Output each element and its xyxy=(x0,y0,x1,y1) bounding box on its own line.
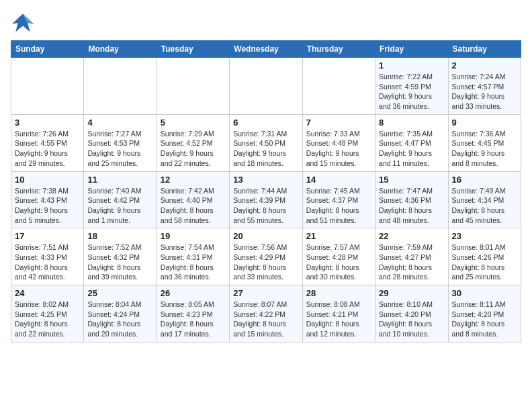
calendar-cell: 3Sunrise: 7:26 AM Sunset: 4:55 PM Daylig… xyxy=(11,114,84,171)
calendar-cell: 14Sunrise: 7:45 AM Sunset: 4:37 PM Dayli… xyxy=(302,171,375,228)
day-number: 22 xyxy=(379,231,444,241)
calendar-cell: 13Sunrise: 7:44 AM Sunset: 4:39 PM Dayli… xyxy=(230,171,302,228)
calendar-cell: 10Sunrise: 7:38 AM Sunset: 4:43 PM Dayli… xyxy=(11,171,84,228)
day-info: Sunrise: 8:04 AM Sunset: 4:24 PM Dayligh… xyxy=(87,300,152,339)
day-number: 19 xyxy=(161,231,226,241)
day-info: Sunrise: 7:44 AM Sunset: 4:39 PM Dayligh… xyxy=(233,186,298,226)
day-number: 17 xyxy=(15,231,80,241)
calendar-cell: 15Sunrise: 7:47 AM Sunset: 4:36 PM Dayli… xyxy=(375,171,448,228)
day-info: Sunrise: 7:29 AM Sunset: 4:52 PM Dayligh… xyxy=(161,129,226,169)
calendar-cell: 28Sunrise: 8:08 AM Sunset: 4:21 PM Dayli… xyxy=(302,285,375,342)
calendar-cell: 19Sunrise: 7:54 AM Sunset: 4:31 PM Dayli… xyxy=(157,228,229,285)
calendar-cell: 18Sunrise: 7:52 AM Sunset: 4:32 PM Dayli… xyxy=(84,228,157,285)
day-number: 16 xyxy=(452,175,517,185)
calendar-cell xyxy=(157,58,229,115)
day-number: 23 xyxy=(452,231,517,241)
calendar-cell: 17Sunrise: 7:51 AM Sunset: 4:33 PM Dayli… xyxy=(11,228,84,285)
day-number: 14 xyxy=(306,175,371,185)
calendar-cell: 6Sunrise: 7:31 AM Sunset: 4:50 PM Daylig… xyxy=(230,114,302,171)
calendar-cell xyxy=(84,58,157,115)
day-info: Sunrise: 8:05 AM Sunset: 4:23 PM Dayligh… xyxy=(161,300,226,339)
calendar-cell: 9Sunrise: 7:36 AM Sunset: 4:45 PM Daylig… xyxy=(448,114,521,171)
day-info: Sunrise: 7:54 AM Sunset: 4:31 PM Dayligh… xyxy=(161,242,226,282)
col-thursday: Thursday xyxy=(302,41,375,58)
day-number: 3 xyxy=(15,118,80,128)
logo xyxy=(11,11,38,35)
day-info: Sunrise: 7:45 AM Sunset: 4:37 PM Dayligh… xyxy=(306,186,371,226)
day-number: 9 xyxy=(452,118,517,128)
calendar-cell: 20Sunrise: 7:56 AM Sunset: 4:29 PM Dayli… xyxy=(230,228,302,285)
calendar-cell: 8Sunrise: 7:35 AM Sunset: 4:47 PM Daylig… xyxy=(375,114,448,171)
col-friday: Friday xyxy=(375,41,448,58)
day-info: Sunrise: 7:51 AM Sunset: 4:33 PM Dayligh… xyxy=(15,242,80,282)
calendar-cell xyxy=(230,58,302,115)
day-number: 28 xyxy=(306,288,371,298)
day-info: Sunrise: 7:47 AM Sunset: 4:36 PM Dayligh… xyxy=(379,186,444,226)
calendar-cell: 16Sunrise: 7:49 AM Sunset: 4:34 PM Dayli… xyxy=(448,171,521,228)
day-info: Sunrise: 7:42 AM Sunset: 4:40 PM Dayligh… xyxy=(161,186,226,226)
calendar-cell xyxy=(302,58,375,115)
calendar-cell: 4Sunrise: 7:27 AM Sunset: 4:53 PM Daylig… xyxy=(84,114,157,171)
calendar-cell: 27Sunrise: 8:07 AM Sunset: 4:22 PM Dayli… xyxy=(230,285,302,342)
col-saturday: Saturday xyxy=(448,41,521,58)
day-number: 11 xyxy=(87,175,152,185)
calendar-cell: 12Sunrise: 7:42 AM Sunset: 4:40 PM Dayli… xyxy=(157,171,229,228)
day-info: Sunrise: 7:52 AM Sunset: 4:32 PM Dayligh… xyxy=(87,242,152,282)
day-number: 30 xyxy=(452,288,517,298)
day-number: 25 xyxy=(87,288,152,298)
day-info: Sunrise: 7:36 AM Sunset: 4:45 PM Dayligh… xyxy=(452,129,517,169)
day-info: Sunrise: 8:10 AM Sunset: 4:20 PM Dayligh… xyxy=(379,300,444,339)
calendar-cell: 21Sunrise: 7:57 AM Sunset: 4:28 PM Dayli… xyxy=(302,228,375,285)
day-number: 4 xyxy=(87,118,152,128)
day-info: Sunrise: 7:31 AM Sunset: 4:50 PM Dayligh… xyxy=(233,129,298,169)
calendar-header: Sunday Monday Tuesday Wednesday Thursday… xyxy=(11,41,521,58)
calendar-cell xyxy=(11,58,84,115)
page-header xyxy=(11,11,521,35)
day-number: 5 xyxy=(161,118,226,128)
day-info: Sunrise: 7:57 AM Sunset: 4:28 PM Dayligh… xyxy=(306,242,371,282)
logo-icon xyxy=(11,11,35,35)
col-sunday: Sunday xyxy=(11,41,84,58)
calendar-week-4: 17Sunrise: 7:51 AM Sunset: 4:33 PM Dayli… xyxy=(11,228,521,285)
calendar-cell: 25Sunrise: 8:04 AM Sunset: 4:24 PM Dayli… xyxy=(84,285,157,342)
day-info: Sunrise: 7:40 AM Sunset: 4:42 PM Dayligh… xyxy=(87,186,152,226)
day-number: 18 xyxy=(87,231,152,241)
calendar-body: 1Sunrise: 7:22 AM Sunset: 4:59 PM Daylig… xyxy=(11,58,521,342)
calendar-cell: 2Sunrise: 7:24 AM Sunset: 4:57 PM Daylig… xyxy=(448,58,521,115)
day-number: 15 xyxy=(379,175,444,185)
calendar-cell: 5Sunrise: 7:29 AM Sunset: 4:52 PM Daylig… xyxy=(157,114,229,171)
day-info: Sunrise: 8:07 AM Sunset: 4:22 PM Dayligh… xyxy=(233,300,298,339)
day-number: 13 xyxy=(233,175,298,185)
header-row: Sunday Monday Tuesday Wednesday Thursday… xyxy=(11,41,521,58)
calendar-cell: 24Sunrise: 8:02 AM Sunset: 4:25 PM Dayli… xyxy=(11,285,84,342)
day-info: Sunrise: 7:33 AM Sunset: 4:48 PM Dayligh… xyxy=(306,129,371,169)
day-info: Sunrise: 7:22 AM Sunset: 4:59 PM Dayligh… xyxy=(379,72,444,111)
calendar-cell: 23Sunrise: 8:01 AM Sunset: 4:26 PM Dayli… xyxy=(448,228,521,285)
day-info: Sunrise: 7:49 AM Sunset: 4:34 PM Dayligh… xyxy=(452,186,517,226)
day-number: 12 xyxy=(161,175,226,185)
calendar-table: Sunday Monday Tuesday Wednesday Thursday… xyxy=(11,40,521,342)
day-number: 20 xyxy=(233,231,298,241)
day-info: Sunrise: 7:59 AM Sunset: 4:27 PM Dayligh… xyxy=(379,242,444,282)
calendar-cell: 29Sunrise: 8:10 AM Sunset: 4:20 PM Dayli… xyxy=(375,285,448,342)
day-number: 21 xyxy=(306,231,371,241)
calendar-week-5: 24Sunrise: 8:02 AM Sunset: 4:25 PM Dayli… xyxy=(11,285,521,342)
calendar-cell: 11Sunrise: 7:40 AM Sunset: 4:42 PM Dayli… xyxy=(84,171,157,228)
day-info: Sunrise: 7:38 AM Sunset: 4:43 PM Dayligh… xyxy=(15,186,80,226)
calendar-cell: 22Sunrise: 7:59 AM Sunset: 4:27 PM Dayli… xyxy=(375,228,448,285)
col-monday: Monday xyxy=(84,41,157,58)
calendar-cell: 1Sunrise: 7:22 AM Sunset: 4:59 PM Daylig… xyxy=(375,58,448,115)
day-info: Sunrise: 8:11 AM Sunset: 4:20 PM Dayligh… xyxy=(452,300,517,339)
day-number: 27 xyxy=(233,288,298,298)
day-info: Sunrise: 7:56 AM Sunset: 4:29 PM Dayligh… xyxy=(233,242,298,282)
day-number: 7 xyxy=(306,118,371,128)
calendar-cell: 30Sunrise: 8:11 AM Sunset: 4:20 PM Dayli… xyxy=(448,285,521,342)
day-number: 29 xyxy=(379,288,444,298)
day-info: Sunrise: 7:27 AM Sunset: 4:53 PM Dayligh… xyxy=(87,129,152,169)
col-tuesday: Tuesday xyxy=(157,41,229,58)
day-info: Sunrise: 8:02 AM Sunset: 4:25 PM Dayligh… xyxy=(15,300,80,339)
calendar-week-2: 3Sunrise: 7:26 AM Sunset: 4:55 PM Daylig… xyxy=(11,114,521,171)
day-number: 6 xyxy=(233,118,298,128)
day-info: Sunrise: 7:24 AM Sunset: 4:57 PM Dayligh… xyxy=(452,72,517,111)
calendar-cell: 26Sunrise: 8:05 AM Sunset: 4:23 PM Dayli… xyxy=(157,285,229,342)
